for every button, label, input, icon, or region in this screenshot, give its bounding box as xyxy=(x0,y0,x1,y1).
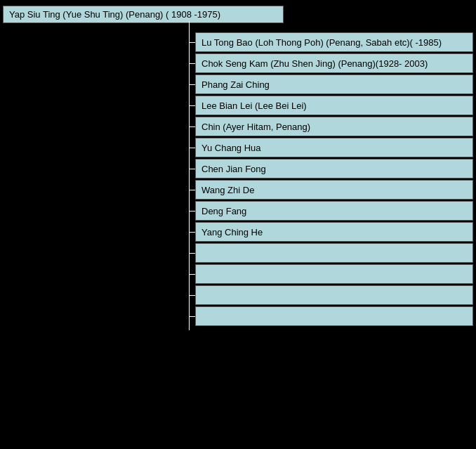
h-connector-6 xyxy=(190,148,195,148)
tree-row-8[interactable]: Wang Zhi De xyxy=(190,180,473,200)
tree-row-4[interactable]: Lee Bian Lei (Lee Bei Lei) xyxy=(190,96,473,115)
h-connector-14 xyxy=(190,316,195,317)
tree-row-12[interactable] xyxy=(190,264,473,284)
child-8[interactable]: Wang Zhi De xyxy=(195,180,473,200)
h-connector-5 xyxy=(190,126,195,127)
tree-row-2[interactable]: Chok Seng Kam (Zhu Shen Jing) (Penang)(1… xyxy=(190,53,473,73)
tree-row-10[interactable]: Yang Ching He xyxy=(190,222,473,242)
child-4[interactable]: Lee Bian Lei (Lee Bei Lei) xyxy=(195,96,473,115)
tree-row-13[interactable] xyxy=(190,285,473,305)
root-node: Yap Siu Ting (Yue Shu Ting) (Penang) ( 1… xyxy=(3,6,284,23)
tree-row-11[interactable] xyxy=(190,243,473,263)
h-connector-1 xyxy=(190,42,195,43)
child-10[interactable]: Yang Ching He xyxy=(195,222,473,242)
h-connector-13 xyxy=(190,295,195,296)
h-connector-12 xyxy=(190,274,195,275)
tree-row-9[interactable]: Deng Fang xyxy=(190,201,473,221)
child-14[interactable] xyxy=(195,306,473,326)
child-9[interactable]: Deng Fang xyxy=(195,201,473,221)
h-connector-8 xyxy=(190,190,195,190)
h-connector-7 xyxy=(190,169,195,169)
h-connector-11 xyxy=(190,253,195,254)
child-11[interactable] xyxy=(195,243,473,263)
child-7[interactable]: Chen Jian Fong xyxy=(195,159,473,178)
tree-row-7[interactable]: Chen Jian Fong xyxy=(190,159,473,178)
child-3[interactable]: Phang Zai Ching xyxy=(195,74,473,94)
tree-row-1[interactable]: Lu Tong Bao (Loh Thong Poh) (Penang, Sab… xyxy=(190,32,473,52)
child-13[interactable] xyxy=(195,285,473,305)
tree-row-6[interactable]: Yu Chang Hua xyxy=(190,138,473,157)
h-connector-4 xyxy=(190,105,195,106)
h-connector-9 xyxy=(190,211,195,212)
child-1[interactable]: Lu Tong Bao (Loh Thong Poh) (Penang, Sab… xyxy=(195,32,473,52)
h-connector-2 xyxy=(190,63,195,64)
child-12[interactable] xyxy=(195,264,473,284)
child-2[interactable]: Chok Seng Kam (Zhu Shen Jing) (Penang)(1… xyxy=(195,53,473,73)
children-container: Lu Tong Bao (Loh Thong Poh) (Penang, Sab… xyxy=(190,32,473,326)
tree-row-5[interactable]: Chin (Ayer Hitam, Penang) xyxy=(190,117,473,136)
child-5[interactable]: Chin (Ayer Hitam, Penang) xyxy=(195,117,473,136)
child-6[interactable]: Yu Chang Hua xyxy=(195,138,473,157)
h-connector-10 xyxy=(190,232,195,233)
tree-row-3[interactable]: Phang Zai Ching xyxy=(190,74,473,94)
h-connector-3 xyxy=(190,84,195,85)
tree-row-14[interactable] xyxy=(190,306,473,326)
